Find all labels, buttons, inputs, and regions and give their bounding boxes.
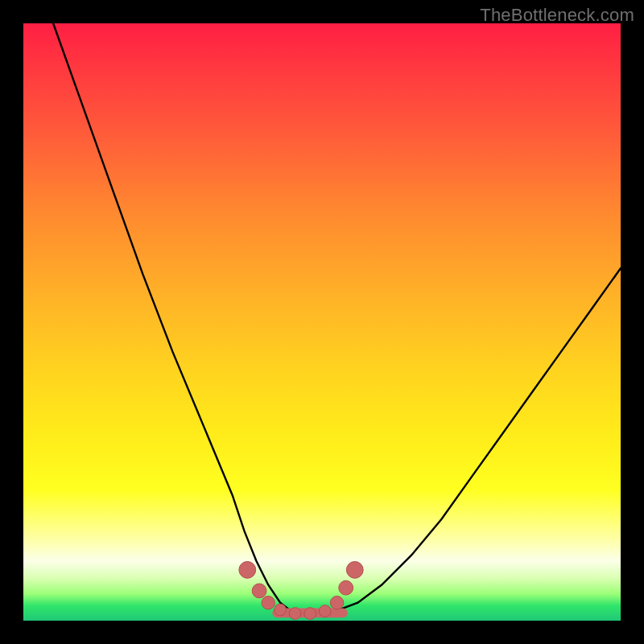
outer-frame: TheBottleneck.com [0,0,644,644]
bottleneck-curve [53,23,621,615]
curve-marker [252,584,266,598]
curve-marker [339,580,353,595]
chart-plot-area [23,23,621,621]
curve-marker [239,562,256,579]
curve-marker [346,562,363,579]
curve-marker [275,604,287,616]
curve-marker [330,597,343,609]
curve-marker [262,597,275,609]
curve-group [53,23,621,619]
watermark-label: TheBottleneck.com [480,5,634,26]
curve-marker [304,608,316,620]
chart-svg [23,23,621,621]
curve-marker [289,608,301,620]
curve-marker [319,605,331,617]
